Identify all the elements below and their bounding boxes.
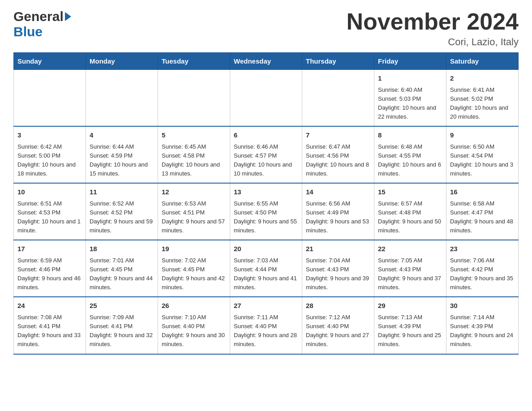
day-info: Sunrise: 6:44 AM Sunset: 4:59 PM Dayligh… [90, 142, 154, 179]
calendar-cell: 23Sunrise: 7:06 AM Sunset: 4:42 PM Dayli… [446, 240, 519, 297]
day-info: Sunrise: 6:41 AM Sunset: 5:02 PM Dayligh… [450, 86, 515, 122]
day-number: 2 [450, 73, 515, 84]
day-number: 28 [306, 301, 370, 311]
day-info: Sunrise: 6:46 AM Sunset: 4:57 PM Dayligh… [234, 142, 298, 179]
day-info: Sunrise: 6:45 AM Sunset: 4:58 PM Dayligh… [162, 142, 226, 179]
day-of-week-header-wednesday: Wednesday [230, 53, 302, 70]
title-area: November 2024 Cori, Lazio, Italy [347, 9, 519, 48]
calendar-cell: 19Sunrise: 7:02 AM Sunset: 4:45 PM Dayli… [158, 240, 230, 297]
day-info: Sunrise: 6:53 AM Sunset: 4:51 PM Dayligh… [162, 199, 226, 235]
day-info: Sunrise: 7:03 AM Sunset: 4:44 PM Dayligh… [234, 256, 298, 292]
day-info: Sunrise: 7:01 AM Sunset: 4:45 PM Dayligh… [90, 256, 154, 292]
day-info: Sunrise: 6:52 AM Sunset: 4:52 PM Dayligh… [90, 199, 154, 235]
calendar-cell: 7Sunrise: 6:47 AM Sunset: 4:56 PM Daylig… [302, 126, 374, 183]
day-info: Sunrise: 6:47 AM Sunset: 4:56 PM Dayligh… [306, 142, 370, 179]
day-number: 22 [378, 244, 442, 254]
calendar-cell: 30Sunrise: 7:14 AM Sunset: 4:39 PM Dayli… [446, 297, 519, 354]
location-text: Cori, Lazio, Italy [347, 36, 519, 48]
calendar-cell: 8Sunrise: 6:48 AM Sunset: 4:55 PM Daylig… [374, 126, 446, 183]
calendar-cell: 15Sunrise: 6:57 AM Sunset: 4:48 PM Dayli… [374, 183, 446, 240]
calendar-cell: 14Sunrise: 6:56 AM Sunset: 4:49 PM Dayli… [302, 183, 374, 240]
calendar-table: SundayMondayTuesdayWednesdayThursdayFrid… [13, 52, 519, 354]
calendar-week-row: 24Sunrise: 7:08 AM Sunset: 4:41 PM Dayli… [14, 297, 519, 354]
day-number: 16 [450, 187, 515, 197]
day-number: 14 [306, 187, 370, 197]
logo-general-text: General [13, 9, 64, 24]
calendar-cell [14, 70, 86, 127]
day-of-week-header-saturday: Saturday [446, 53, 519, 70]
day-info: Sunrise: 7:08 AM Sunset: 4:41 PM Dayligh… [17, 313, 82, 349]
calendar-cell: 28Sunrise: 7:12 AM Sunset: 4:40 PM Dayli… [302, 297, 374, 354]
day-number: 4 [90, 130, 154, 141]
day-info: Sunrise: 6:42 AM Sunset: 5:00 PM Dayligh… [17, 142, 82, 179]
day-number: 23 [450, 244, 515, 254]
day-info: Sunrise: 6:50 AM Sunset: 4:54 PM Dayligh… [450, 142, 515, 179]
day-number: 13 [234, 187, 298, 197]
day-info: Sunrise: 7:13 AM Sunset: 4:39 PM Dayligh… [378, 313, 442, 349]
day-info: Sunrise: 6:58 AM Sunset: 4:47 PM Dayligh… [450, 199, 515, 235]
calendar-cell: 22Sunrise: 7:05 AM Sunset: 4:43 PM Dayli… [374, 240, 446, 297]
calendar-cell: 4Sunrise: 6:44 AM Sunset: 4:59 PM Daylig… [86, 126, 158, 183]
day-info: Sunrise: 6:51 AM Sunset: 4:53 PM Dayligh… [17, 199, 82, 235]
day-info: Sunrise: 6:55 AM Sunset: 4:50 PM Dayligh… [234, 199, 298, 235]
day-info: Sunrise: 6:56 AM Sunset: 4:49 PM Dayligh… [306, 199, 370, 235]
day-number: 3 [17, 130, 82, 141]
calendar-cell: 5Sunrise: 6:45 AM Sunset: 4:58 PM Daylig… [158, 126, 230, 183]
calendar-cell: 13Sunrise: 6:55 AM Sunset: 4:50 PM Dayli… [230, 183, 302, 240]
logo-blue-text: Blue [13, 24, 43, 39]
day-of-week-header-monday: Monday [86, 53, 158, 70]
day-number: 1 [378, 73, 442, 84]
day-number: 21 [306, 244, 370, 254]
day-number: 12 [162, 187, 226, 197]
calendar-cell: 10Sunrise: 6:51 AM Sunset: 4:53 PM Dayli… [14, 183, 86, 240]
logo-arrow-icon [65, 12, 71, 21]
day-info: Sunrise: 7:06 AM Sunset: 4:42 PM Dayligh… [450, 256, 515, 292]
day-number: 24 [17, 301, 82, 311]
calendar-cell: 9Sunrise: 6:50 AM Sunset: 4:54 PM Daylig… [446, 126, 519, 183]
day-number: 27 [234, 301, 298, 311]
day-info: Sunrise: 7:11 AM Sunset: 4:40 PM Dayligh… [234, 313, 298, 349]
calendar-cell: 21Sunrise: 7:04 AM Sunset: 4:43 PM Dayli… [302, 240, 374, 297]
calendar-cell: 2Sunrise: 6:41 AM Sunset: 5:02 PM Daylig… [446, 70, 519, 127]
day-number: 5 [162, 130, 226, 141]
day-number: 8 [378, 130, 442, 141]
month-title: November 2024 [347, 9, 519, 34]
calendar-cell [230, 70, 302, 127]
day-of-week-header-thursday: Thursday [302, 53, 374, 70]
calendar-week-row: 10Sunrise: 6:51 AM Sunset: 4:53 PM Dayli… [14, 183, 519, 240]
calendar-cell: 27Sunrise: 7:11 AM Sunset: 4:40 PM Dayli… [230, 297, 302, 354]
calendar-week-row: 17Sunrise: 6:59 AM Sunset: 4:46 PM Dayli… [14, 240, 519, 297]
calendar-week-row: 1Sunrise: 6:40 AM Sunset: 5:03 PM Daylig… [14, 70, 519, 127]
day-number: 11 [90, 187, 154, 197]
day-info: Sunrise: 7:09 AM Sunset: 4:41 PM Dayligh… [90, 313, 154, 349]
day-info: Sunrise: 7:02 AM Sunset: 4:45 PM Dayligh… [162, 256, 226, 292]
calendar-cell: 6Sunrise: 6:46 AM Sunset: 4:57 PM Daylig… [230, 126, 302, 183]
calendar-cell: 18Sunrise: 7:01 AM Sunset: 4:45 PM Dayli… [86, 240, 158, 297]
calendar-week-row: 3Sunrise: 6:42 AM Sunset: 5:00 PM Daylig… [14, 126, 519, 183]
day-of-week-header-tuesday: Tuesday [158, 53, 230, 70]
calendar-cell: 12Sunrise: 6:53 AM Sunset: 4:51 PM Dayli… [158, 183, 230, 240]
calendar-cell: 16Sunrise: 6:58 AM Sunset: 4:47 PM Dayli… [446, 183, 519, 240]
calendar-cell: 26Sunrise: 7:10 AM Sunset: 4:40 PM Dayli… [158, 297, 230, 354]
day-number: 25 [90, 301, 154, 311]
day-info: Sunrise: 7:14 AM Sunset: 4:39 PM Dayligh… [450, 313, 515, 349]
calendar-cell: 25Sunrise: 7:09 AM Sunset: 4:41 PM Dayli… [86, 297, 158, 354]
day-info: Sunrise: 7:05 AM Sunset: 4:43 PM Dayligh… [378, 256, 442, 292]
calendar-cell: 24Sunrise: 7:08 AM Sunset: 4:41 PM Dayli… [14, 297, 86, 354]
day-of-week-header-friday: Friday [374, 53, 446, 70]
calendar-cell: 20Sunrise: 7:03 AM Sunset: 4:44 PM Dayli… [230, 240, 302, 297]
day-number: 6 [234, 130, 298, 141]
day-of-week-header-sunday: Sunday [14, 53, 86, 70]
day-number: 30 [450, 301, 515, 311]
day-number: 17 [17, 244, 82, 254]
calendar-cell: 3Sunrise: 6:42 AM Sunset: 5:00 PM Daylig… [14, 126, 86, 183]
day-number: 20 [234, 244, 298, 254]
calendar-cell [302, 70, 374, 127]
day-info: Sunrise: 6:48 AM Sunset: 4:55 PM Dayligh… [378, 142, 442, 179]
day-number: 7 [306, 130, 370, 141]
page-header: General Blue November 2024 Cori, Lazio, … [13, 9, 519, 48]
day-number: 10 [17, 187, 82, 197]
day-number: 9 [450, 130, 515, 141]
calendar-header-row: SundayMondayTuesdayWednesdayThursdayFrid… [14, 53, 519, 70]
day-info: Sunrise: 7:04 AM Sunset: 4:43 PM Dayligh… [306, 256, 370, 292]
